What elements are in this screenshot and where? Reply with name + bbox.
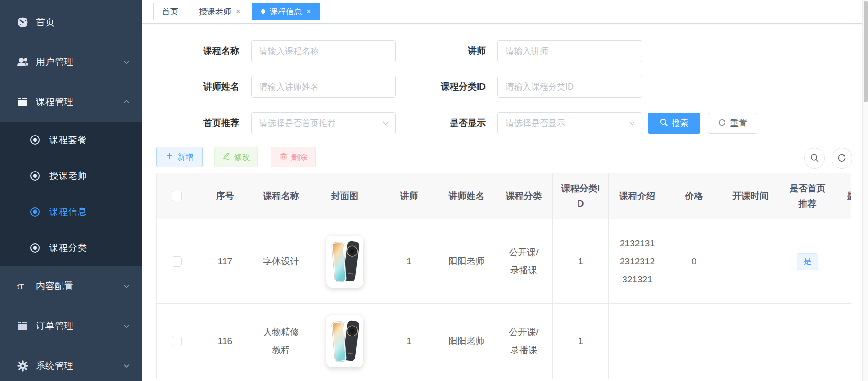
- tabbar: 首页 授课老师 × 课程信息 ×: [142, 0, 862, 24]
- tab-home[interactable]: 首页: [153, 3, 187, 20]
- scrollbar-thumb[interactable]: [864, 1, 868, 102]
- homepage-recommend-select[interactable]: [251, 112, 396, 134]
- visible-cell: [836, 219, 851, 304]
- column-header-homepage-recommend: 是否首页 推荐: [779, 173, 836, 219]
- visible-label: 是否显示: [379, 112, 486, 134]
- delete-button[interactable]: 删除: [271, 147, 316, 167]
- edit-button-label: 修改: [234, 152, 250, 163]
- sidebar-item-order-management[interactable]: 订单管理: [0, 306, 142, 346]
- sidebar-item-content-config[interactable]: tT 内容配置: [0, 266, 142, 306]
- sidebar-item-label: 系统管理: [36, 360, 74, 372]
- column-header-open-time: 开课时间: [722, 173, 779, 219]
- price-cell: 0: [666, 219, 722, 304]
- close-icon[interactable]: ×: [307, 8, 311, 16]
- search-icon: [810, 153, 819, 164]
- row-checkbox-cell: [157, 219, 197, 304]
- add-button[interactable]: 新增: [156, 147, 203, 167]
- course-table: 序号 课程名称 封面图 讲师 讲师姓名 课程分类 课程分类I D 课程介绍 价格…: [156, 173, 851, 381]
- select-all-header-cell: [157, 173, 197, 219]
- close-icon[interactable]: ×: [236, 8, 240, 16]
- course-name-input[interactable]: [251, 40, 396, 62]
- trash-icon: [280, 152, 288, 163]
- intro-cell: 2132131 2312312 321321: [609, 219, 666, 304]
- sidebar-item-teachers[interactable]: 授课老师: [0, 158, 142, 194]
- users-icon: [16, 55, 29, 69]
- course-folder-icon: [16, 95, 29, 109]
- column-header-price: 价格: [666, 173, 722, 219]
- tab-label: 首页: [162, 6, 178, 17]
- chevron-down-icon: [122, 282, 131, 290]
- column-header-category-id: 课程分类I D: [553, 173, 609, 219]
- column-header-category: 课程分类: [495, 173, 553, 219]
- sidebar-item-label: 课程套餐: [49, 134, 87, 146]
- sidebar-item-label: 课程管理: [36, 96, 74, 108]
- pencil-icon: [222, 152, 230, 163]
- sidebar-item-label: 订单管理: [36, 320, 74, 332]
- open-time-cell: [722, 304, 779, 379]
- category-cell: 公开课/ 录播课: [495, 219, 553, 304]
- chevron-down-icon: [122, 58, 131, 66]
- category-id-input[interactable]: [497, 76, 642, 98]
- teacher-name-label: 讲师姓名: [142, 76, 239, 98]
- teacher-input[interactable]: [497, 40, 642, 62]
- vertical-scrollbar[interactable]: [862, 0, 868, 381]
- search-icon: [660, 118, 668, 129]
- visible-select[interactable]: [497, 112, 642, 134]
- sidebar-item-course-management[interactable]: 课程管理: [0, 82, 142, 122]
- gear-icon: [16, 359, 29, 372]
- teacher-name-input[interactable]: [251, 76, 396, 98]
- seq-cell: 117: [197, 219, 253, 304]
- sidebar-item-system-management[interactable]: 系统管理: [0, 346, 142, 381]
- select-all-checkbox[interactable]: [172, 191, 182, 201]
- sidebar-item-course-info[interactable]: 课程信息: [0, 194, 142, 230]
- homepage-recommend-cell: [779, 304, 836, 379]
- sidebar-item-user-management[interactable]: 用户管理: [0, 42, 142, 82]
- refresh-icon: [718, 118, 726, 129]
- cover-cell: vivo: [309, 219, 380, 304]
- search-form-row-2: 讲师姓名 课程分类ID: [142, 76, 862, 98]
- column-header-teacher: 讲师: [380, 173, 438, 219]
- sidebar-item-label: 授课老师: [49, 170, 87, 182]
- visible-cell: [836, 304, 851, 379]
- active-tab-dot: [261, 9, 265, 14]
- row-checkbox[interactable]: [172, 336, 182, 346]
- orders-folder-icon: [16, 319, 29, 333]
- phone-product-image: vivo: [326, 315, 363, 367]
- sidebar-item-label: 内容配置: [36, 280, 74, 292]
- radio-circle-icon: [29, 134, 41, 145]
- chevron-down-icon: [122, 362, 131, 370]
- tab-label: 授课老师: [199, 6, 231, 17]
- course-name-cell: 人物精修 教程: [253, 304, 309, 379]
- refresh-icon: [837, 153, 847, 164]
- sidebar-item-home[interactable]: 首页: [0, 2, 142, 42]
- price-cell: [666, 304, 722, 379]
- sidebar-item-course-category[interactable]: 课程分类: [0, 230, 142, 266]
- course-info-admin-page: 首页 用户管理 课程管理 课程套餐: [0, 0, 868, 381]
- homepage-yes-badge[interactable]: 是: [797, 253, 818, 270]
- tab-teachers[interactable]: 授课老师 ×: [190, 3, 249, 20]
- add-button-label: 新增: [177, 152, 193, 163]
- teacher-cell: 1: [380, 304, 438, 379]
- column-header-seq: 序号: [197, 173, 253, 219]
- search-button[interactable]: 搜索: [648, 113, 700, 134]
- sidebar-item-course-package[interactable]: 课程套餐: [0, 122, 142, 158]
- refresh-table-button[interactable]: [832, 148, 852, 169]
- homepage-recommend-cell: 是: [779, 219, 836, 304]
- column-header-course-name: 课程名称: [253, 173, 309, 219]
- category-id-cell: 1: [553, 304, 609, 379]
- course-name-cell: 字体设计: [253, 219, 309, 304]
- search-form-row-1: 课程名称 讲师: [142, 40, 862, 62]
- reset-button[interactable]: 重置: [708, 113, 757, 134]
- sidebar-item-label: 用户管理: [36, 56, 74, 68]
- teacher-cell: 1: [380, 219, 438, 304]
- teacher-name-cell: 阳阳老师: [438, 304, 495, 379]
- teacher-name-cell: 阳阳老师: [438, 219, 495, 304]
- row-checkbox-cell: [157, 304, 197, 379]
- category-cell: 公开课/ 录播课: [495, 304, 553, 379]
- row-checkbox[interactable]: [172, 256, 182, 267]
- reset-button-label: 重置: [730, 118, 747, 129]
- column-header-teacher-name: 讲师姓名: [438, 173, 495, 219]
- edit-button[interactable]: 修改: [214, 147, 258, 167]
- tab-course-info[interactable]: 课程信息 ×: [252, 3, 320, 20]
- show-search-toggle-button[interactable]: [804, 148, 825, 169]
